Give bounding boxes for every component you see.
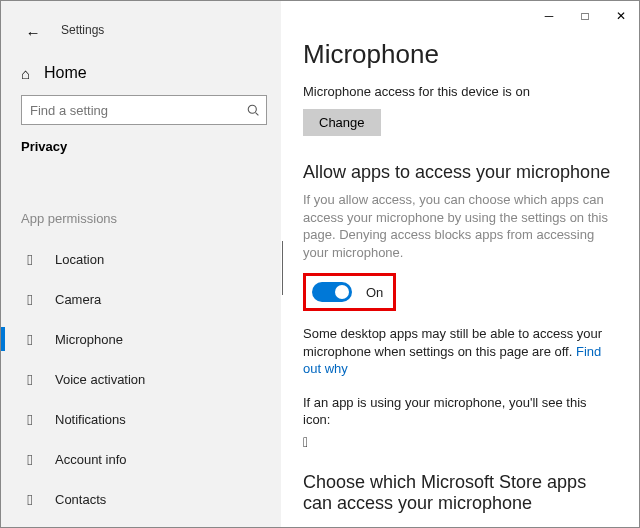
contacts-icon:  bbox=[21, 491, 39, 508]
sidebar-item-notifications[interactable]:  Notifications bbox=[1, 399, 281, 439]
icon-note: If an app is using your microphone, you'… bbox=[303, 394, 617, 452]
allow-apps-toggle[interactable] bbox=[312, 282, 352, 302]
svg-point-0 bbox=[248, 105, 256, 113]
sidebar-item-label: Location bbox=[55, 252, 104, 267]
section-label: App permissions bbox=[21, 211, 117, 226]
sidebar-item-voice-activation[interactable]:  Voice activation bbox=[1, 359, 281, 399]
sidebar-item-contacts[interactable]:  Contacts bbox=[1, 479, 281, 519]
sidebar-item-location[interactable]:  Location bbox=[1, 239, 281, 279]
back-arrow-icon: ← bbox=[26, 24, 41, 41]
toggle-state-label: On bbox=[366, 285, 383, 300]
sidebar-item-label: Notifications bbox=[55, 412, 126, 427]
nav-list:  Location  Camera  Microphone  Voice… bbox=[1, 239, 281, 519]
sidebar-item-label: Microphone bbox=[55, 332, 123, 347]
location-icon:  bbox=[21, 251, 39, 268]
home-link[interactable]: ⌂ Home bbox=[21, 57, 87, 89]
notifications-icon:  bbox=[21, 411, 39, 428]
sidebar-item-microphone[interactable]:  Microphone bbox=[1, 319, 281, 359]
sidebar-item-account-info[interactable]:  Account info bbox=[1, 439, 281, 479]
home-label: Home bbox=[44, 64, 87, 82]
voice-activation-icon:  bbox=[21, 371, 39, 388]
home-icon: ⌂ bbox=[21, 65, 30, 82]
desktop-apps-note: Some desktop apps may still be able to a… bbox=[303, 325, 617, 378]
main-content: Microphone Microphone access for this de… bbox=[281, 1, 639, 527]
microphone-icon:  bbox=[21, 331, 39, 348]
search-input[interactable] bbox=[22, 103, 240, 118]
sidebar-item-label: Camera bbox=[55, 292, 101, 307]
camera-icon:  bbox=[21, 291, 39, 308]
app-title: Settings bbox=[61, 23, 104, 37]
toggle-highlight-box: On bbox=[303, 273, 396, 311]
microphone-in-use-icon:  bbox=[303, 433, 617, 452]
section-allow-apps-desc: If you allow access, you can choose whic… bbox=[303, 191, 617, 261]
sidebar-item-label: Contacts bbox=[55, 492, 106, 507]
account-info-icon:  bbox=[21, 451, 39, 468]
section-allow-apps-title: Allow apps to access your microphone bbox=[303, 162, 617, 183]
back-button[interactable]: ← bbox=[15, 17, 51, 47]
search-icon bbox=[240, 104, 266, 117]
sidebar-item-camera[interactable]:  Camera bbox=[1, 279, 281, 319]
svg-line-1 bbox=[255, 112, 258, 115]
change-button[interactable]: Change bbox=[303, 109, 381, 136]
section-store-apps-title: Choose which Microsoft Store apps can ac… bbox=[303, 472, 617, 514]
page-title: Microphone bbox=[303, 39, 617, 70]
sidebar: ← Settings ⌂ Home Privacy App permission… bbox=[1, 1, 281, 527]
sidebar-item-label: Account info bbox=[55, 452, 127, 467]
access-status: Microphone access for this device is on bbox=[303, 84, 617, 99]
sidebar-item-label: Voice activation bbox=[55, 372, 145, 387]
search-box[interactable] bbox=[21, 95, 267, 125]
category-label: Privacy bbox=[21, 139, 67, 154]
